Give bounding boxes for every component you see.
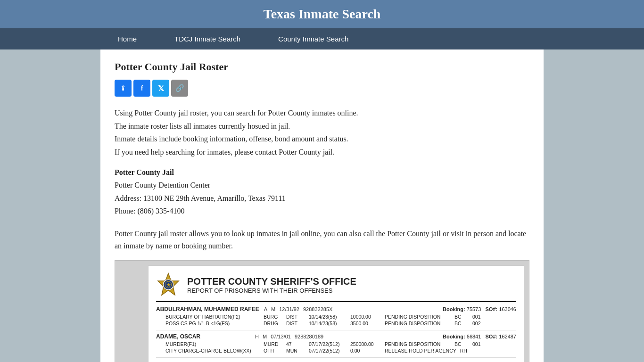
charge-status: PENDING DISPOSITION — [385, 341, 451, 347]
facebook-icon: f — [141, 84, 143, 92]
nav-home[interactable]: Home — [99, 28, 156, 49]
description-block: Using Potter County jail roster, you can… — [115, 107, 529, 158]
booking-label: Booking: — [443, 334, 465, 339]
inmate-meta: A M 12/31/92 928832285X — [264, 306, 438, 312]
jail-phone: Phone: (806) 335-4100 — [115, 205, 529, 217]
charge-cat: BURG — [264, 314, 282, 320]
charge-date: 10/14/23(58) — [309, 314, 347, 320]
charge-type: DIST — [286, 321, 305, 326]
charge-num: 001 — [472, 314, 487, 320]
charge-name: CITY CHARGE-CHARGE BELOW(XX) — [165, 348, 260, 354]
charge-date: 07/17/22(512) — [309, 341, 347, 347]
so-num: 162487 — [499, 334, 516, 339]
twitter-button[interactable]: 𝕏 — [152, 80, 169, 97]
inmate-dob: 12/31/92 — [279, 306, 299, 312]
page-heading: Potter County Jail Roster — [115, 61, 529, 73]
charge-line: POSS CS PG 1/1-B <1G(FS) DRUG DIST 10/14… — [156, 321, 516, 326]
charge-extra: BC — [454, 341, 469, 347]
charge-amt: 10000.00 — [350, 314, 381, 320]
charge-type: 47 — [286, 341, 305, 347]
charge-amt: 0.00 — [350, 348, 381, 354]
charge-type: DIST — [286, 314, 305, 320]
inmate-row: ADAME, OSCAR H M 07/13/01 9288280189 Boo… — [156, 333, 516, 358]
charge-cat: OTH — [264, 348, 282, 354]
inmate-row: ABDULRAHMAN, MUHAMMED RAFEE A M 12/31/92… — [156, 306, 516, 330]
charge-extra: BC — [454, 321, 469, 326]
svg-text:★: ★ — [166, 282, 171, 288]
charge-status: PENDING DISPOSITION — [385, 314, 451, 320]
jail-facility: Potter County Detention Center — [115, 179, 529, 191]
roster-preview-outer: ★ POTTER COUNTY SHERIFF'S OFFICE REPORT … — [115, 260, 529, 362]
inmate-sid: 9288280189 — [295, 334, 323, 339]
share-button[interactable]: ⇪ — [115, 80, 132, 97]
so-label: SO#: — [486, 306, 498, 312]
charge-line: CITY CHARGE-CHARGE BELOW(XX) OTH MUN 07/… — [156, 348, 516, 354]
inmate-name: ADAME, OSCAR — [156, 333, 250, 340]
charge-num — [478, 348, 492, 354]
content-wrapper: Potter County Jail Roster ⇪ f 𝕏 🔗 Using … — [100, 49, 544, 362]
desc-line-4: If you need help searching for inmates, … — [115, 146, 529, 158]
link-icon: 🔗 — [175, 84, 184, 92]
charge-name: BURGLARY OF HABITATION(F2) — [165, 314, 260, 320]
inmate-meta: H M 07/13/01 9288280189 — [255, 334, 438, 339]
desc-line-2: The inmate roster lists all inmates curr… — [115, 120, 529, 132]
sheriff-header: ★ POTTER COUNTY SHERIFF'S OFFICE REPORT … — [156, 272, 516, 297]
so-label: SO#: — [486, 334, 498, 339]
booking-num: 66841 — [467, 334, 481, 339]
inmate-main-line: ABDULRAHMAN, MUHAMMED RAFEE A M 12/31/92… — [156, 306, 516, 313]
charge-type: MUN — [286, 348, 305, 354]
roster-paragraph: Potter County jail roster allows you to … — [115, 228, 529, 252]
nav-tdcj[interactable]: TDCJ Inmate Search — [156, 28, 259, 49]
charge-num: 001 — [472, 341, 487, 347]
charge-status: PENDING DISPOSITION — [385, 321, 451, 326]
charge-line: MURDER(F1) MURD 47 07/17/22(512) 250000.… — [156, 341, 516, 347]
charge-date: 07/17/22(512) — [309, 348, 347, 354]
charge-line: BURGLARY OF HABITATION(F2) BURG DIST 10/… — [156, 314, 516, 320]
facebook-button[interactable]: f — [133, 80, 150, 97]
jail-info-block: Potter County Jail Potter County Detenti… — [115, 168, 529, 217]
sheriff-badge-icon: ★ — [156, 272, 181, 297]
charge-cat: MURD — [264, 341, 282, 347]
inmate-dob: 07/13/01 — [271, 334, 291, 339]
roster-preview-inner: ★ POTTER COUNTY SHERIFF'S OFFICE REPORT … — [148, 265, 524, 362]
charge-name: POSS CS PG 1/1-B <1G(FS) — [165, 321, 260, 326]
booking-num: 75573 — [467, 306, 481, 312]
booking-label: Booking: — [443, 306, 465, 312]
charge-cat: DRUG — [264, 321, 282, 326]
site-title: Texas Inmate Search — [264, 7, 381, 21]
inmate-name: ABDULRAHMAN, MUHAMMED RAFEE — [156, 306, 259, 313]
charge-name: MURDER(F1) — [165, 341, 260, 347]
sheriff-office-name: POTTER COUNTY SHERIFF'S OFFICE — [187, 276, 356, 287]
nav-county[interactable]: County Inmate Search — [259, 28, 367, 49]
charge-extra: BC — [454, 314, 469, 320]
share-buttons: ⇪ f 𝕏 🔗 — [115, 80, 529, 97]
charge-status: RELEASE HOLD PER AGENCY — [385, 348, 456, 354]
desc-line-1: Using Potter County jail roster, you can… — [115, 107, 529, 119]
charge-num: 002 — [472, 321, 487, 326]
copy-link-button[interactable]: 🔗 — [171, 80, 188, 97]
jail-name: Potter County Jail — [115, 168, 529, 177]
so-num: 163046 — [499, 306, 516, 312]
inmate-race: A — [264, 306, 267, 312]
main-nav: Home TDCJ Inmate Search County Inmate Se… — [0, 28, 644, 49]
booking-info: Booking: 66841 SO#: 162487 — [443, 334, 516, 339]
jail-address: Address: 13100 NE 29th Avenue, Amarillo,… — [115, 192, 529, 205]
charge-date: 10/14/23(58) — [309, 321, 347, 326]
charge-extra: RH — [460, 348, 474, 354]
roster-divider — [156, 301, 516, 302]
inmate-race: H — [255, 334, 259, 339]
inmate-sex: M — [263, 334, 267, 339]
twitter-icon: 𝕏 — [158, 84, 164, 93]
share-icon: ⇪ — [120, 84, 126, 92]
inmate-sid: 928832285X — [303, 306, 332, 312]
inmate-sex: M — [271, 306, 275, 312]
page-body: Potter County Jail Roster ⇪ f 𝕏 🔗 Using … — [0, 49, 644, 362]
sheriff-report-title: REPORT OF PRISONERS WITH THEIR OFFENSES — [187, 287, 356, 294]
charge-amt: 250000.00 — [350, 341, 381, 347]
desc-line-3: Inmate details include booking informati… — [115, 133, 529, 145]
site-header: Texas Inmate Search — [0, 0, 644, 28]
inmate-main-line: ADAME, OSCAR H M 07/13/01 9288280189 Boo… — [156, 333, 516, 340]
booking-info: Booking: 75573 SO#: 163046 — [443, 306, 516, 312]
charge-amt: 3500.00 — [350, 321, 381, 326]
sheriff-title-block: POTTER COUNTY SHERIFF'S OFFICE REPORT OF… — [187, 276, 356, 294]
